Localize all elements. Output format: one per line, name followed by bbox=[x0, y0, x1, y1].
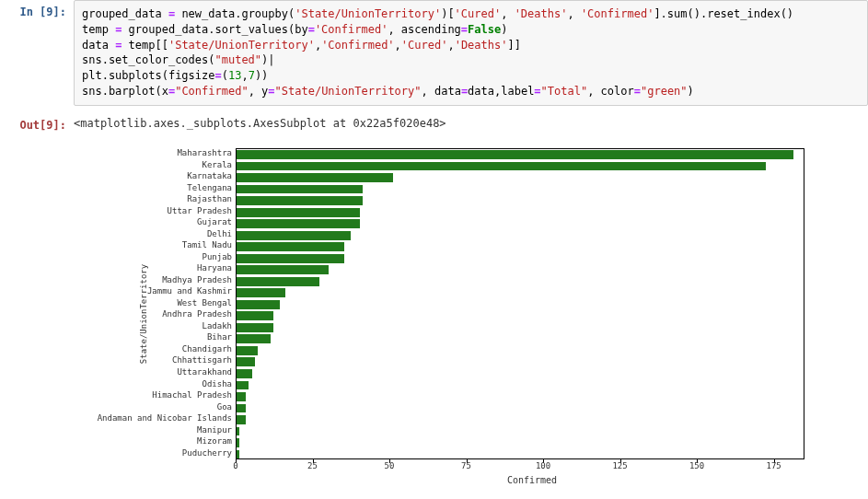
code-line: grouped_data = new_data.groupby('State/U… bbox=[82, 6, 860, 22]
y-tick-label: Madhya Pradesh bbox=[162, 276, 232, 284]
bar bbox=[237, 404, 246, 413]
y-tick-label: Kerala bbox=[202, 161, 232, 169]
x-tick-label: 25 bbox=[307, 461, 318, 470]
bar bbox=[237, 438, 239, 447]
y-tick-label: Punjab bbox=[202, 253, 232, 261]
code-line: data = temp[['State/UnionTerritory','Con… bbox=[82, 38, 860, 53]
y-tick-label: Gujarat bbox=[197, 218, 232, 226]
bar bbox=[237, 346, 258, 355]
y-tick-label: Haryana bbox=[197, 264, 232, 273]
in-prompt-label: In [9]: bbox=[19, 6, 66, 18]
y-tick-label: Manipur bbox=[197, 426, 232, 435]
bar bbox=[237, 277, 319, 286]
bar bbox=[237, 150, 793, 159]
bar bbox=[237, 208, 360, 217]
y-tick-label: Goa bbox=[217, 403, 232, 412]
bar bbox=[237, 288, 285, 297]
y-tick-label: Jammu and Kashmir bbox=[147, 287, 232, 296]
bar bbox=[237, 219, 360, 228]
output-text: <matplotlib.axes._subplots.AxesSubplot a… bbox=[74, 113, 868, 132]
bar bbox=[237, 300, 280, 309]
y-tick-label: Chhattisgarh bbox=[172, 356, 232, 365]
bar bbox=[237, 427, 239, 436]
bar bbox=[237, 369, 252, 378]
bar bbox=[237, 381, 249, 390]
x-tick-label: 150 bbox=[689, 461, 704, 470]
in-prompt: In [9]: bbox=[0, 0, 74, 106]
x-tick-label: 75 bbox=[461, 461, 471, 470]
code-line: sns.set_color_codes("muted")| bbox=[82, 52, 860, 68]
y-tick-label: West Bengal bbox=[177, 299, 232, 308]
x-axis-label: Confirmed bbox=[507, 475, 557, 485]
bar bbox=[237, 185, 363, 194]
y-tick-label: Mizoram bbox=[197, 437, 232, 446]
bar bbox=[237, 196, 363, 205]
bar bbox=[237, 450, 239, 459]
bar bbox=[237, 311, 273, 320]
bar bbox=[237, 231, 351, 240]
y-tick-label: Ladakh bbox=[202, 322, 232, 331]
code-line: sns.barplot(x="Confirmed", y="State/Unio… bbox=[82, 84, 860, 99]
bar bbox=[237, 254, 344, 263]
x-tick-label: 175 bbox=[766, 461, 781, 470]
x-tick-label: 100 bbox=[536, 461, 550, 470]
x-tick-label: 0 bbox=[233, 461, 237, 470]
y-tick-label: Telengana bbox=[187, 184, 232, 192]
code-line: temp = grouped_data.sort_values(by='Conf… bbox=[82, 22, 860, 38]
y-tick-label: Himachal Pradesh bbox=[152, 391, 232, 400]
code-input[interactable]: grouped_data = new_data.groupby('State/U… bbox=[74, 0, 868, 106]
out-prompt-label: Out[9]: bbox=[19, 119, 66, 132]
y-tick-label: Odisha bbox=[202, 380, 232, 389]
y-tick-label: Andhra Pradesh bbox=[162, 310, 232, 319]
y-tick-label: Chandigarh bbox=[182, 345, 232, 354]
bar bbox=[237, 323, 273, 332]
bar bbox=[237, 162, 766, 171]
plot-box bbox=[236, 148, 804, 459]
output-cell: Out[9]: <matplotlib.axes._subplots.AxesS… bbox=[0, 113, 868, 132]
y-tick-label: Andaman and Nicobar Islands bbox=[98, 414, 232, 423]
bar bbox=[237, 265, 329, 274]
y-tick-label: Karnataka bbox=[187, 172, 232, 180]
y-tick-label: Bihar bbox=[207, 333, 232, 342]
y-tick-label: Tamil Nadu bbox=[182, 241, 232, 250]
y-tick-label: Delhi bbox=[207, 230, 232, 238]
y-tick-label: Rajasthan bbox=[187, 195, 232, 203]
bar bbox=[237, 415, 246, 424]
bar bbox=[237, 357, 255, 366]
bar bbox=[237, 334, 271, 343]
chart-output: State/UnionTerritory Confirmed Maharasht… bbox=[74, 139, 828, 489]
input-cell: In [9]: grouped_data = new_data.groupby(… bbox=[0, 0, 868, 106]
bar bbox=[237, 173, 393, 182]
bar bbox=[237, 242, 344, 251]
y-tick-label: Uttar Pradesh bbox=[168, 207, 232, 215]
bar bbox=[237, 392, 246, 401]
out-prompt: Out[9]: bbox=[0, 113, 74, 132]
y-tick-label: Puducherry bbox=[182, 449, 232, 458]
x-tick-label: 125 bbox=[612, 461, 627, 470]
x-tick-label: 50 bbox=[385, 461, 395, 470]
code-line: plt.subplots(figsize=(13,7)) bbox=[82, 68, 860, 84]
y-tick-label: Uttarakhand bbox=[177, 368, 232, 377]
y-tick-label: Maharashtra bbox=[177, 149, 232, 157]
y-axis-label: State/UnionTerritory bbox=[139, 264, 148, 364]
